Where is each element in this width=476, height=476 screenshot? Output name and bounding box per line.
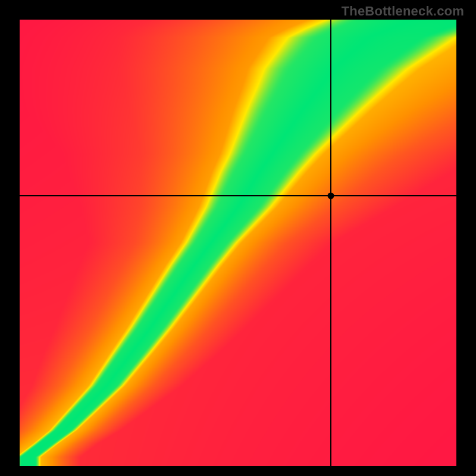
crosshair-vertical	[330, 20, 331, 466]
marker-dot	[327, 193, 334, 199]
heatmap-plot	[20, 20, 456, 466]
watermark-text: TheBottleneck.com	[342, 4, 464, 19]
chart-frame: TheBottleneck.com	[0, 0, 476, 476]
heatmap-canvas	[20, 20, 456, 466]
crosshair-horizontal	[20, 195, 456, 196]
